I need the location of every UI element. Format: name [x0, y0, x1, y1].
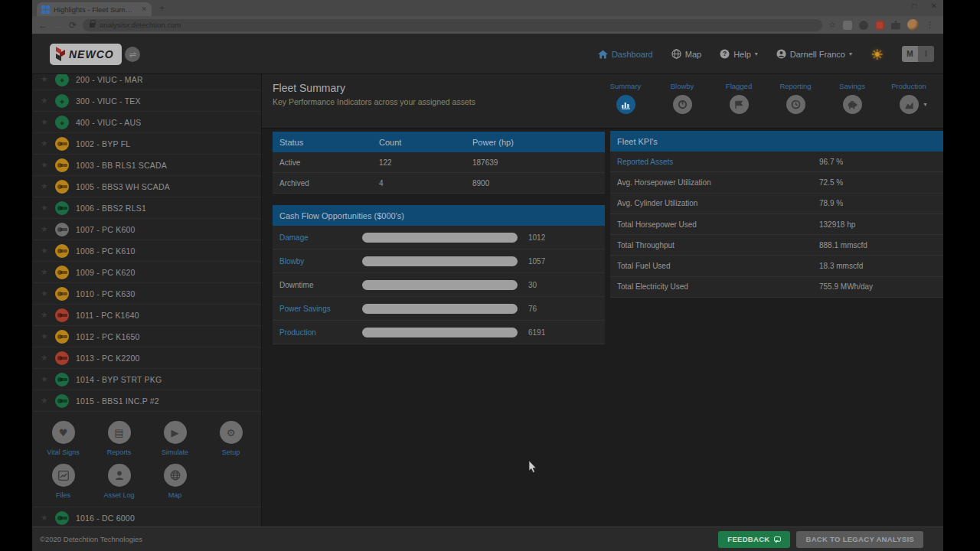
quick-action-label: Files	[56, 491, 70, 499]
favorite-star-icon[interactable]: ★	[41, 74, 55, 84]
favorite-star-icon[interactable]: ★	[41, 160, 55, 170]
tab-close-icon[interactable]: ✕	[141, 5, 147, 13]
tab-blowby[interactable]: Blowby	[658, 82, 706, 114]
extension-icon-4[interactable]	[891, 21, 900, 30]
quick-action-files[interactable]: Files	[35, 464, 91, 499]
favorite-star-icon[interactable]: ★	[41, 396, 55, 406]
tab-savings[interactable]: Savings	[828, 82, 876, 114]
asset-status-badge	[55, 308, 69, 322]
switch-app-button[interactable]: ⇌	[125, 47, 140, 62]
kpi-label-link[interactable]: Reported Assets	[617, 158, 819, 166]
quick-action-label: Vital Signs	[47, 448, 79, 456]
panel-title: Fleet KPI's	[617, 137, 658, 146]
unit-toggle: M I	[902, 46, 934, 62]
browser-tab[interactable]: Highlights - Fleet Summary - En ✕	[37, 2, 152, 16]
favorite-star-icon[interactable]: ★	[41, 117, 55, 127]
nav-dashboard[interactable]: Dashboard	[598, 50, 653, 59]
sun-status-icon[interactable]: ☀	[871, 46, 884, 63]
home-icon	[598, 50, 608, 59]
chevron-down-icon: ▾	[755, 51, 758, 57]
extension-icon-3[interactable]	[875, 21, 884, 30]
reload-icon[interactable]: ⟳	[69, 21, 77, 30]
nav-map[interactable]: Map	[671, 49, 701, 59]
chevron-down-icon[interactable]: ▾	[923, 101, 926, 108]
quick-action-asset-log[interactable]: Asset Log	[91, 464, 147, 499]
asset-row[interactable]: ★1013 - PC K2200	[32, 347, 261, 369]
asset-row[interactable]: ★1011 - PC K1640	[32, 305, 261, 326]
asset-row[interactable]: ★1010 - PC K630	[32, 283, 261, 305]
favorite-star-icon[interactable]: ★	[41, 310, 55, 320]
nav-user-menu[interactable]: Darnell Franco ▾	[776, 49, 852, 59]
favorite-star-icon[interactable]: ★	[41, 289, 55, 298]
bookmark-icon[interactable]: ☆	[828, 20, 836, 30]
kpi-value: 72.5 %	[819, 178, 843, 187]
newco-logo[interactable]: NEWCO	[50, 44, 122, 65]
favorite-star-icon[interactable]: ★	[41, 246, 55, 256]
asset-row[interactable]: ★1005 - BBS3 WH SCADA	[32, 176, 261, 197]
tab-reporting[interactable]: Reporting	[772, 82, 819, 114]
chart-bar-row: Blowby 1057	[273, 249, 605, 273]
compressor-icon	[57, 356, 67, 360]
favorite-star-icon[interactable]: ★	[41, 96, 55, 106]
close-window-icon[interactable]: ✕	[931, 2, 937, 10]
asset-row[interactable]: ★400 - VIUC - AUS	[32, 112, 261, 133]
quick-action-simulate[interactable]: ▶ Simulate	[147, 421, 203, 456]
tab-flagged[interactable]: Flagged	[715, 82, 763, 114]
asset-row[interactable]: ★1015 - BBS1 INC.P #2	[32, 390, 261, 412]
favorite-star-icon[interactable]: ★	[41, 513, 55, 523]
imperial-toggle-button[interactable]: I	[918, 46, 934, 62]
asset-row[interactable]: ★1008 - PC K610	[32, 240, 261, 262]
favorite-star-icon[interactable]: ★	[41, 181, 55, 191]
line-chart-icon	[52, 464, 75, 487]
nav-help[interactable]: ? Help ▾	[720, 49, 758, 59]
feedback-button[interactable]: FEEDBACK	[718, 531, 790, 548]
url-bar[interactable]: analysisx.detechtion.com	[83, 19, 822, 31]
asset-row[interactable]: ★1006 - BBS2 RLS1	[32, 197, 261, 219]
kpi-row: Avg. Horsepower Utilization 72.5 %	[610, 172, 943, 193]
extension-icon-1[interactable]	[843, 21, 852, 30]
asset-row[interactable]: ★1012 - PC K1650	[32, 326, 261, 347]
tab-summary[interactable]: Summary	[602, 82, 649, 114]
quick-action-map[interactable]: Map	[147, 464, 203, 499]
quick-action-label: Setup	[222, 448, 240, 456]
table-row[interactable]: Active 122 187639	[273, 152, 605, 173]
asset-row[interactable]: ★1002 - BYP FL	[32, 133, 261, 155]
back-icon[interactable]: ←	[38, 21, 47, 30]
favorite-star-icon[interactable]: ★	[41, 203, 55, 213]
asset-row[interactable]: ★1009 - PC K620	[32, 262, 261, 283]
bar-label-link[interactable]: Blowby	[279, 257, 362, 266]
bar-track	[362, 280, 518, 290]
fleet-kpis-header: Fleet KPI's	[610, 131, 943, 152]
bar-label-link[interactable]: Production	[279, 328, 362, 337]
new-tab-button[interactable]: +	[159, 3, 165, 14]
favorite-star-icon[interactable]: ★	[41, 267, 55, 277]
piggy-bank-icon	[843, 95, 862, 114]
quick-action-reports[interactable]: ▤ Reports	[91, 421, 147, 456]
restore-window-icon[interactable]: □	[913, 2, 917, 10]
favorite-star-icon[interactable]: ★	[41, 224, 55, 234]
quick-action-vital-signs[interactable]: ♥ Vital Signs	[35, 421, 91, 456]
forward-icon[interactable]: →	[54, 21, 63, 30]
nav-help-label: Help	[733, 50, 751, 59]
asset-row[interactable]: ★1007 - PC K600	[32, 219, 261, 240]
asset-row[interactable]: ★1003 - BB RLS1 SCADA	[32, 155, 261, 176]
browser-menu-icon[interactable]: ⋮	[926, 20, 934, 30]
favorite-star-icon[interactable]: ★	[41, 139, 55, 148]
asset-row[interactable]: ★1016 - DC 6000	[32, 507, 261, 527]
tab-production[interactable]: Production ▾	[885, 82, 933, 114]
quick-action-setup[interactable]: ⚙ Setup	[203, 421, 259, 456]
compressor-icon	[57, 334, 67, 339]
extension-icon-2[interactable]	[859, 21, 868, 30]
asset-row[interactable]: ★200 - VIUC - MAR	[32, 74, 261, 90]
table-row[interactable]: Archived 4 8900	[273, 173, 605, 194]
favorite-star-icon[interactable]: ★	[41, 353, 55, 363]
favorite-star-icon[interactable]: ★	[41, 374, 55, 384]
asset-row[interactable]: ★1014 - BYP STRT PKG	[32, 369, 261, 390]
metric-toggle-button[interactable]: M	[902, 46, 918, 62]
bar-label-link[interactable]: Power Savings	[279, 305, 362, 313]
back-to-legacy-button[interactable]: BACK TO LEGACY ANALYSIS	[796, 531, 923, 548]
bar-label-link[interactable]: Damage	[279, 233, 362, 242]
favorite-star-icon[interactable]: ★	[41, 331, 55, 341]
browser-profile-avatar[interactable]	[907, 19, 919, 31]
asset-row[interactable]: ★300 - VIUC - TEX	[32, 90, 261, 112]
